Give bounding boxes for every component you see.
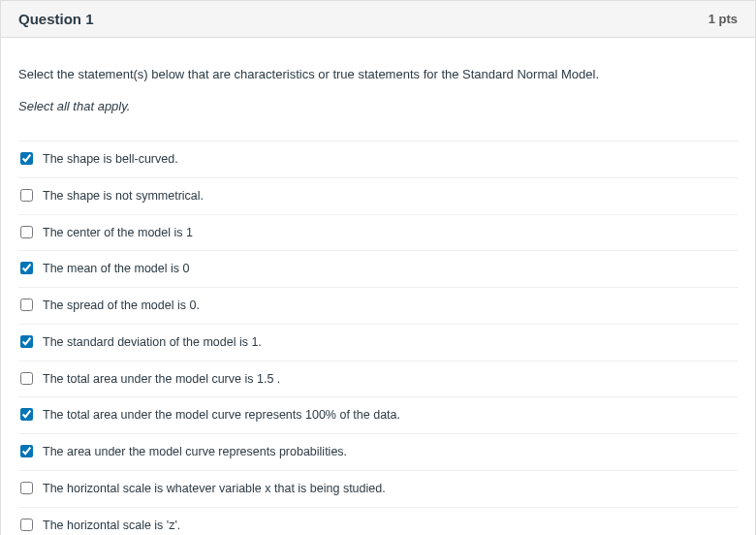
answer-item: The mean of the model is 0 — [18, 250, 738, 287]
answer-label: The center of the model is 1 — [43, 226, 193, 239]
answer-item: The shape is not symmetrical. — [18, 177, 738, 214]
answer-checkbox[interactable] — [20, 226, 33, 238]
answer-label: The standard deviation of the model is 1… — [43, 335, 262, 349]
question-title: Question 1 — [18, 11, 94, 27]
answer-label: The total area under the model curve rep… — [43, 408, 400, 422]
answer-label: The spread of the model is 0. — [43, 299, 200, 312]
answer-checkbox[interactable] — [20, 299, 33, 311]
answer-item: The standard deviation of the model is 1… — [18, 324, 738, 361]
answer-checkbox[interactable] — [20, 445, 33, 457]
answer-label-wrap: The total area under the model curve is … — [43, 370, 280, 389]
answer-label: The shape is bell-curved. — [43, 152, 178, 166]
answer-label-wrap: The horizontal scale is whatever variabl… — [43, 480, 386, 498]
question-container: Question 1 1 pts Select the statement(s)… — [0, 0, 756, 535]
question-header: Question 1 1 pts — [1, 0, 755, 38]
answer-label-wrap: The mean of the model is 0 — [43, 260, 189, 278]
question-points: 1 pts — [709, 12, 738, 26]
answer-item: The shape is bell-curved. — [18, 141, 738, 177]
answer-checkbox[interactable] — [20, 262, 33, 274]
answer-item: The center of the model is 1 — [18, 214, 738, 251]
answer-label: The shape is not symmetrical. — [43, 189, 204, 203]
answer-label-wrap: The shape is not symmetrical. — [43, 187, 204, 205]
answer-label-wrap: The total area under the model curve rep… — [43, 406, 400, 425]
question-body: Select the statement(s) below that are c… — [1, 38, 755, 535]
answer-label-wrap: The area under the model curve represent… — [43, 443, 347, 461]
answer-label: The mean of the model is 0 — [43, 262, 189, 275]
answer-label-wrap: The center of the model is 1 — [43, 224, 193, 242]
answer-label-wrap: The standard deviation of the model is 1… — [43, 333, 262, 352]
answer-label-wrap: The spread of the model is 0. — [43, 297, 200, 315]
answer-label: The horizontal scale is 'z'. — [43, 519, 180, 532]
answer-checkbox[interactable] — [20, 152, 33, 165]
answer-checkbox[interactable] — [20, 482, 33, 494]
answer-checkbox[interactable] — [20, 372, 33, 385]
answer-label-wrap: The shape is bell-curved. — [43, 150, 178, 169]
answer-label-wrap: The horizontal scale is 'z'. — [43, 517, 180, 535]
answer-item: The area under the model curve represent… — [18, 433, 738, 470]
question-instruction: Select all that apply. — [18, 99, 738, 113]
answer-item: The horizontal scale is 'z'. — [18, 507, 738, 536]
question-prompt: Select the statement(s) below that are c… — [18, 67, 738, 81]
answer-item: The horizontal scale is whatever variabl… — [18, 470, 738, 507]
answer-checkbox[interactable] — [20, 408, 33, 421]
answer-checkbox[interactable] — [20, 519, 33, 531]
answer-item: The spread of the model is 0. — [18, 287, 738, 324]
answer-item: The total area under the model curve rep… — [18, 396, 738, 433]
answer-label: The area under the model curve represent… — [43, 445, 347, 458]
answer-list: The shape is bell-curved.The shape is no… — [18, 141, 738, 535]
answer-checkbox[interactable] — [20, 335, 33, 348]
answer-item: The total area under the model curve is … — [18, 361, 738, 397]
answer-checkbox[interactable] — [20, 189, 33, 202]
answer-label: The total area under the model curve is … — [43, 372, 280, 386]
answer-label: The horizontal scale is whatever variabl… — [43, 482, 386, 495]
